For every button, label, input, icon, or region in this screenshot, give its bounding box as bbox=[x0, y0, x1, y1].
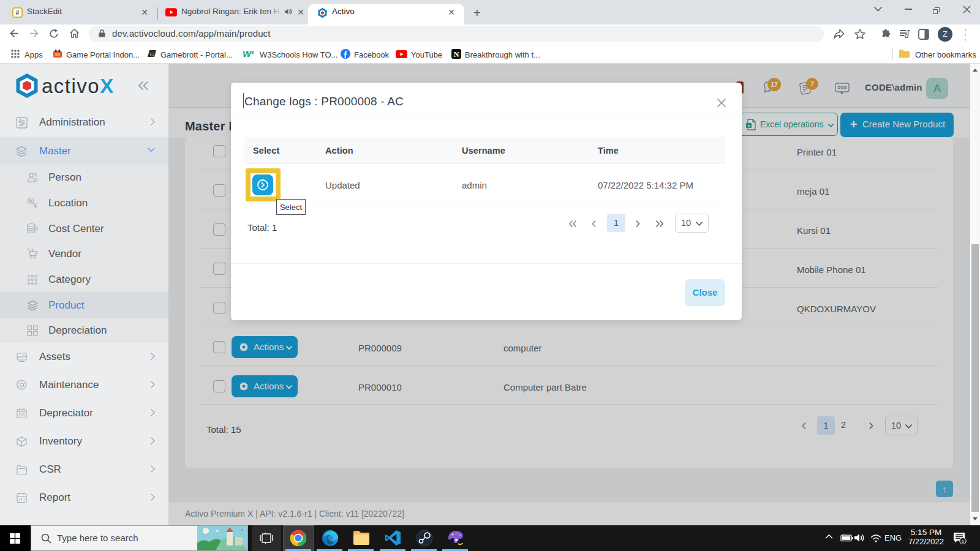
svg-text:#: # bbox=[16, 9, 20, 17]
svg-text:G: G bbox=[149, 51, 154, 58]
svg-text:3: 3 bbox=[251, 50, 254, 55]
svg-text:N: N bbox=[454, 50, 459, 59]
svg-text:1: 1 bbox=[962, 539, 965, 544]
svg-text:DS: DS bbox=[19, 413, 25, 417]
